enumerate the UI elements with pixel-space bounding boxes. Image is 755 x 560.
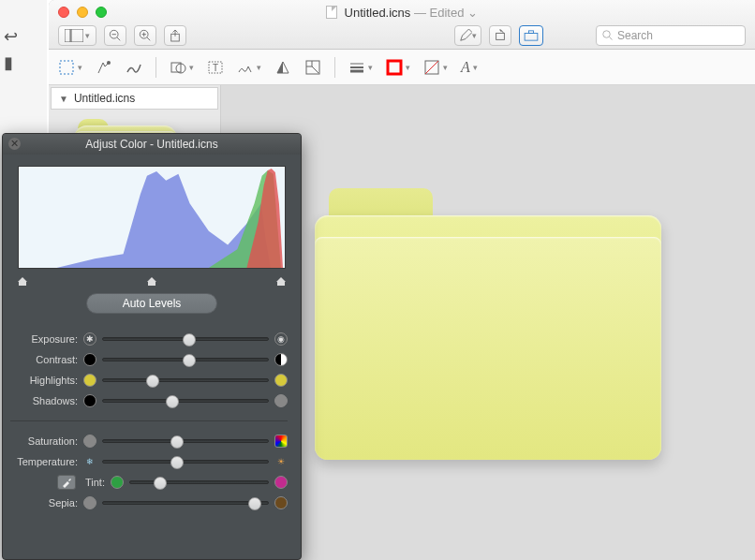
disclosure-triangle-icon[interactable]: ▼ — [59, 94, 68, 104]
fragment-icon: ↩ — [4, 26, 18, 47]
low-contrast-icon — [83, 353, 96, 366]
adjust-color-panel: ✕ Adjust Color - Untitled.icns Auto Leve… — [2, 133, 302, 560]
zoom-in-button[interactable] — [134, 25, 156, 46]
fragment-icon: ▮ — [4, 52, 18, 73]
histogram — [18, 166, 286, 269]
sepia-label: Sepia: — [10, 497, 78, 508]
svg-line-3 — [117, 37, 121, 41]
tint-green-icon — [111, 476, 124, 489]
markup-button[interactable]: ▾ — [454, 25, 481, 46]
exposure-slider[interactable] — [102, 337, 269, 341]
text-tool[interactable]: T — [207, 59, 224, 76]
tint-label: Tint: — [85, 477, 105, 488]
sidebar-item-label: Untitled.icns — [74, 92, 135, 105]
sketch-tool[interactable] — [126, 59, 142, 76]
aperture-icon: ✱ — [83, 332, 96, 346]
contrast-label: Contrast: — [10, 354, 78, 365]
stroke-color-tool[interactable]: ▾ — [386, 59, 410, 76]
svg-rect-1 — [71, 29, 83, 42]
svg-rect-0 — [65, 29, 70, 42]
highlights-slider[interactable] — [102, 378, 269, 382]
saturation-label: Saturation: — [10, 435, 78, 447]
sepia-high-icon — [274, 496, 288, 509]
rotate-button[interactable] — [489, 25, 511, 46]
share-button[interactable] — [164, 25, 186, 46]
window-minimize-button[interactable] — [77, 7, 88, 18]
svg-line-6 — [147, 37, 151, 41]
warm-temp-icon: ☀ — [274, 455, 288, 468]
temperature-slider[interactable] — [102, 460, 269, 464]
sepia-slider[interactable] — [102, 501, 269, 505]
document-title-text: Untitled.icns — [345, 6, 411, 20]
svg-rect-12 — [525, 33, 538, 40]
highlights-low-icon — [83, 374, 96, 387]
shadows-slider[interactable] — [102, 399, 269, 403]
svg-line-25 — [312, 66, 318, 73]
saturation-slider[interactable] — [102, 439, 269, 443]
adjust-size-tool[interactable] — [304, 59, 321, 76]
histogram-handles[interactable] — [18, 273, 286, 284]
svg-line-31 — [425, 61, 438, 74]
sign-tool[interactable]: ▾ — [237, 59, 261, 76]
panel-title-text: Adjust Color - Untitled.icns — [85, 138, 217, 151]
svg-rect-11 — [496, 33, 505, 39]
zoom-out-button[interactable] — [104, 25, 126, 46]
sidebar-file-item[interactable]: ▼ Untitled.icns — [51, 87, 218, 110]
panel-titlebar[interactable]: ✕ Adjust Color - Untitled.icns — [3, 134, 301, 155]
white-point-handle[interactable] — [276, 273, 286, 284]
mid-point-handle[interactable] — [147, 273, 156, 284]
title-dropdown-caret: ⌄ — [467, 6, 478, 20]
contrast-slider-row: Contrast: — [10, 349, 288, 370]
line-style-tool[interactable]: ▾ — [348, 59, 373, 76]
edited-indicator: — Edited — [414, 6, 464, 20]
tint-slider[interactable] — [129, 480, 269, 484]
svg-rect-13 — [528, 31, 533, 34]
svg-point-17 — [107, 61, 111, 65]
main-toolbar: ▾ ▾ Search — [58, 24, 746, 47]
contrast-slider[interactable] — [102, 358, 269, 361]
window-close-button[interactable] — [58, 7, 69, 18]
shadows-slider-row: Shadows: — [10, 391, 288, 411]
aperture-open-icon: ◉ — [274, 332, 288, 346]
shapes-tool[interactable]: ▾ — [170, 59, 194, 76]
exposure-slider-row: Exposure: ✱ ◉ — [10, 329, 288, 349]
black-point-handle[interactable] — [18, 273, 27, 284]
font-style-tool[interactable]: A▾ — [461, 59, 478, 76]
svg-rect-29 — [388, 61, 401, 74]
svg-text:T: T — [213, 63, 218, 73]
view-mode-button[interactable]: ▾ — [58, 25, 96, 46]
cool-temp-icon: ❄ — [83, 455, 96, 468]
search-icon — [602, 30, 614, 41]
highlights-label: Highlights: — [10, 375, 78, 386]
shadows-high-icon — [274, 394, 288, 407]
panel-close-button[interactable]: ✕ — [8, 138, 21, 150]
highlights-high-icon — [274, 374, 288, 387]
search-field[interactable]: Search — [596, 25, 746, 46]
sepia-slider-row: Sepia: — [10, 493, 288, 513]
folder-icon-preview — [315, 188, 661, 460]
toolbox-button[interactable] — [519, 25, 543, 46]
window-title[interactable]: Untitled.icns — Edited ⌄ — [49, 6, 755, 20]
tint-eyedropper-button[interactable] — [57, 475, 76, 490]
markup-toolbar: ▾ ▾ T ▾ ▾ ▾ ▾ A▾ — [49, 50, 755, 85]
tint-magenta-icon — [274, 476, 288, 489]
titlebar: Untitled.icns — Edited ⌄ ▾ ▾ Search — [49, 0, 755, 50]
saturation-high-icon — [274, 435, 288, 448]
sepia-low-icon — [83, 496, 96, 509]
svg-line-15 — [610, 37, 613, 40]
shadows-label: Shadows: — [10, 395, 78, 406]
window-zoom-button[interactable] — [96, 7, 107, 18]
adjust-color-tool[interactable] — [274, 59, 291, 76]
high-contrast-icon — [274, 353, 288, 366]
tint-slider-row: Tint: — [10, 472, 288, 493]
search-placeholder: Search — [617, 29, 653, 42]
instant-alpha-tool[interactable] — [96, 59, 112, 76]
temperature-label: Temperature: — [10, 456, 78, 467]
shadows-low-icon — [83, 394, 96, 407]
saturation-low-icon — [83, 435, 96, 448]
document-icon — [326, 6, 337, 19]
selection-tool[interactable]: ▾ — [58, 59, 82, 76]
auto-levels-button[interactable]: Auto Levels — [86, 293, 217, 314]
fill-color-tool[interactable]: ▾ — [423, 59, 448, 76]
saturation-slider-row: Saturation: — [10, 431, 288, 451]
